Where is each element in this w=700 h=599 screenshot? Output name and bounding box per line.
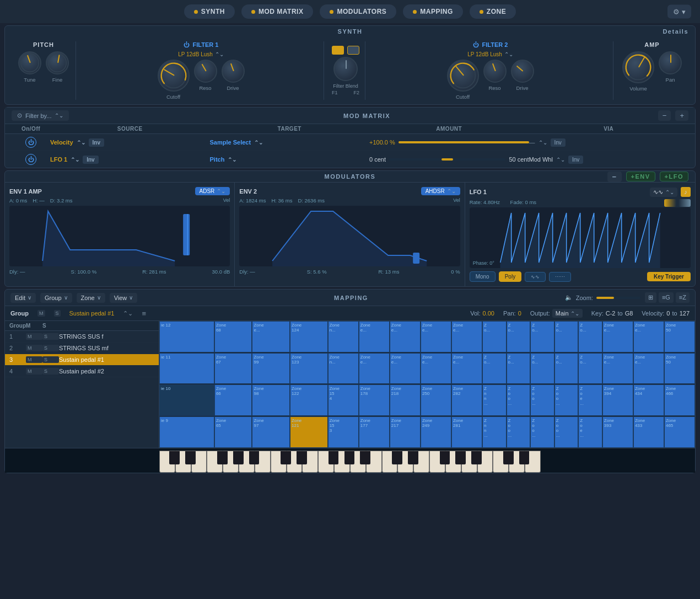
- mod-row2-inv-source[interactable]: Inv: [83, 156, 98, 164]
- zone-cell[interactable]: Zo...: [578, 353, 602, 384]
- zone-cell[interactable]: Zoo...: [507, 384, 531, 416]
- zone-cell[interactable]: Zo...: [530, 321, 554, 352]
- view-dropdown[interactable]: View ∨: [110, 293, 138, 303]
- mod-row2-target-chevron[interactable]: ⌃⌄: [228, 157, 236, 163]
- lfo1-mono-btn[interactable]: Mono: [470, 271, 496, 282]
- zone-cell[interactable]: Zo...: [578, 321, 602, 352]
- view-split-icon[interactable]: ≡Z: [676, 292, 690, 303]
- zone-grid-area[interactable]: ie 12 Zone68 Zonee... Zone124 Zonen... Z…: [159, 321, 695, 448]
- mod-matrix-plus[interactable]: +: [675, 110, 688, 121]
- filter1-cutoff-knob[interactable]: [158, 60, 190, 92]
- zone-cell[interactable]: Zonee...: [421, 321, 451, 352]
- zone-cell[interactable]: Zonen...: [328, 321, 359, 352]
- zone-cell[interactable]: Zonee...: [451, 321, 482, 352]
- zone-cell[interactable]: Znn...: [482, 416, 507, 448]
- group3-m-btn[interactable]: M: [26, 356, 42, 363]
- zone-cell[interactable]: Zoo...: [554, 384, 579, 416]
- lfo1-poly-btn[interactable]: Poly: [499, 271, 521, 282]
- zone-cell[interactable]: Zone68: [214, 321, 252, 352]
- filter2-type-select[interactable]: LP 12dB Lush ⌃⌄: [467, 51, 513, 57]
- piano-key-c3[interactable]: [382, 451, 398, 473]
- modulators-minus[interactable]: −: [607, 172, 621, 182]
- group-row-3[interactable]: 3 M S Sustain pedal #1: [5, 354, 159, 366]
- tab-mod-matrix[interactable]: MOD MATRIX: [241, 4, 313, 19]
- zone-cell[interactable]: Zone178: [359, 384, 390, 416]
- lfo1-wave-btn2[interactable]: ⋯⋯: [549, 272, 571, 282]
- filter1-drive-knob[interactable]: [222, 60, 245, 83]
- view-list-icon[interactable]: ≡G: [659, 292, 674, 303]
- zone-cell[interactable]: Zone393: [602, 416, 633, 448]
- piano-key-c2[interactable]: [271, 451, 287, 473]
- env2-type-select[interactable]: AHDSR ⌃⌄: [421, 187, 460, 195]
- lfo1-wave-btn1[interactable]: ∿∿: [525, 272, 546, 282]
- vol-value[interactable]: 0.00: [483, 310, 494, 317]
- zone-cell[interactable]: Zone124: [290, 321, 328, 352]
- zone-cell[interactable]: ie 11: [159, 353, 214, 384]
- zone-cell[interactable]: Zone67: [214, 353, 252, 384]
- gear-button[interactable]: ⚙ ▾: [667, 5, 691, 19]
- filter2-drive-knob[interactable]: [511, 60, 534, 83]
- zoom-slider[interactable]: [596, 297, 640, 299]
- group1-m-btn[interactable]: M: [26, 333, 42, 340]
- filter2-cutoff-knob[interactable]: [447, 60, 479, 92]
- zone-cell[interactable]: Zone153: [328, 416, 359, 448]
- env1-graph[interactable]: [9, 206, 230, 266]
- zone-cell[interactable]: Zoo...: [530, 384, 554, 416]
- zone-cell[interactable]: Zone50: [664, 321, 695, 352]
- key-to[interactable]: G8: [625, 310, 633, 317]
- filter-blend-knob[interactable]: [333, 57, 358, 81]
- filter2-reso-knob[interactable]: [483, 60, 507, 83]
- vel-from[interactable]: 0: [666, 310, 670, 317]
- zone-cell[interactable]: Zo...: [482, 321, 507, 352]
- mod-row1-via-chevron[interactable]: ⌃⌄: [539, 140, 547, 146]
- piano-key-f[interactable]: [207, 451, 223, 473]
- group1-s-btn[interactable]: S: [42, 333, 59, 340]
- zone-cell[interactable]: Zone218: [390, 384, 421, 416]
- group3-s-btn[interactable]: S: [42, 356, 59, 363]
- output-value[interactable]: Main ⌃⌄: [552, 309, 583, 318]
- mod-row2-inv-via[interactable]: Inv: [568, 156, 583, 164]
- zone-cell[interactable]: Zonee...: [421, 353, 451, 384]
- zone-cell[interactable]: Zone97: [252, 416, 290, 448]
- pan-knob[interactable]: [659, 51, 682, 74]
- group-row-4[interactable]: 4 M S Sustain pedal #2: [5, 366, 159, 377]
- zone-cell[interactable]: Zone50: [664, 353, 695, 384]
- zone-cell[interactable]: Zone122: [290, 384, 328, 416]
- filter1-reso-knob[interactable]: [194, 60, 217, 83]
- add-env-button[interactable]: +ENV: [626, 172, 655, 181]
- zone-cell[interactable]: Zonee...: [359, 353, 390, 384]
- tab-mapping[interactable]: MAPPING: [403, 4, 463, 19]
- zone-cell[interactable]: Zonen...: [328, 353, 359, 384]
- zone-cell[interactable]: Zone250: [421, 384, 451, 416]
- zone-cell[interactable]: Zo...: [554, 321, 579, 352]
- group2-s-btn[interactable]: S: [42, 345, 59, 351]
- edit-dropdown[interactable]: Edit ∨: [10, 293, 36, 303]
- zone-cell[interactable]: Znn...: [482, 384, 507, 416]
- zone-cell[interactable]: Zo...: [530, 353, 554, 384]
- lfo1-key-trigger[interactable]: Key Trigger: [647, 272, 691, 281]
- zone-cell[interactable]: Zo...: [482, 353, 507, 384]
- zone-cell[interactable]: ie 9: [159, 416, 214, 448]
- group-row-1[interactable]: 1 M S STRINGS SUS f: [5, 331, 159, 343]
- piano-key-c4[interactable]: [493, 451, 509, 473]
- zone-cell[interactable]: Zone394: [602, 384, 633, 416]
- tab-synth[interactable]: SYNTH: [184, 4, 235, 19]
- mod-row1-power[interactable]: ⏻: [25, 137, 36, 148]
- vel-to[interactable]: 127: [680, 310, 690, 317]
- zone-cell[interactable]: Zoo...: [554, 416, 579, 448]
- zone-cell-selected[interactable]: Zone121: [290, 416, 328, 448]
- piano-key-c[interactable]: [159, 451, 175, 473]
- zone-cell[interactable]: Zoe...: [578, 416, 602, 448]
- zone-cell[interactable]: Zonee...: [633, 353, 664, 384]
- zone-cell[interactable]: Zone281: [451, 416, 482, 448]
- zone-dropdown[interactable]: Zone ∨: [77, 293, 105, 303]
- mod-row1-target-chevron[interactable]: ⌃⌄: [254, 140, 263, 146]
- piano-key-f2[interactable]: [318, 451, 334, 473]
- zone-cell[interactable]: Zone466: [664, 384, 695, 416]
- tab-zone[interactable]: ZONE: [470, 4, 516, 19]
- env1-type-select[interactable]: ADSR ⌃⌄: [195, 187, 230, 195]
- zone-cell[interactable]: Zonee...: [390, 353, 421, 384]
- zone-cell[interactable]: Zone434: [633, 384, 664, 416]
- lfo1-waveform-select[interactable]: ∿∿ ⌃⌄: [650, 188, 677, 197]
- zone-cell[interactable]: Zonee...: [602, 353, 633, 384]
